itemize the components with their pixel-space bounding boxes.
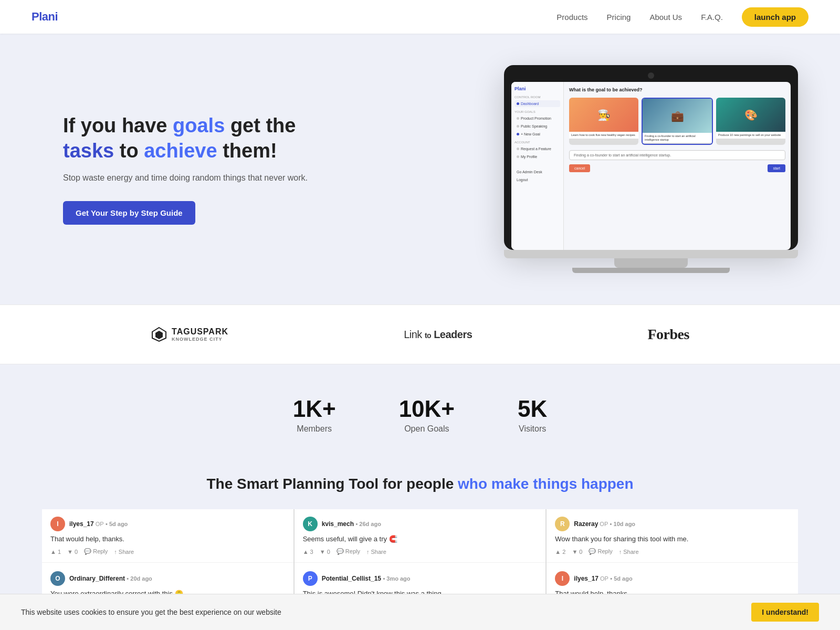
app-card-img-2: 💼 <box>643 99 712 133</box>
hero-heading-goals: goals <box>173 114 225 136</box>
cookie-banner: This website uses cookies to ensure you … <box>0 594 840 630</box>
nav-products[interactable]: Products <box>556 13 587 22</box>
app-card-1[interactable]: 👨‍🍳 Learn how to cook five new healthy v… <box>569 98 638 145</box>
stat-visitors-number: 5K <box>518 396 547 422</box>
laptop-base <box>504 250 798 258</box>
logo-link-to-leaders: Link to Leaders <box>404 329 472 341</box>
smart-title: The Smart Planning Tool for people who m… <box>42 476 798 492</box>
testimonial-body: That would help, thanks. <box>50 534 285 544</box>
testimonial-actions: ▲ 1 ▼ 0 💬 Reply ↑ Share <box>50 548 285 555</box>
testimonial-avatar: O <box>50 571 65 586</box>
hero-heading: If you have goals get the tasks to achie… <box>63 113 308 163</box>
testimonial-share[interactable]: ↑ Share <box>619 549 639 555</box>
sidebar-item-profile[interactable]: My Profile <box>514 153 560 160</box>
testimonial-card: R RazerayOP • 10d ago Wow thank you for … <box>547 509 798 563</box>
app-logo: Plani <box>514 86 560 91</box>
app-question-label: What is the goal to be achieved? <box>569 87 785 92</box>
testimonial-header: R RazerayOP • 10d ago <box>555 517 790 531</box>
app-card-img-3: 🎨 <box>716 98 785 132</box>
stat-members-label: Members <box>293 424 336 434</box>
cookie-accept-button[interactable]: I understand! <box>751 603 819 622</box>
testimonial-actions: ▲ 2 ▼ 0 💬 Reply ↑ Share <box>555 548 790 555</box>
testimonial-time: • 26d ago <box>355 521 381 527</box>
testimonial-actions: ▲ 3 ▼ 0 💬 Reply ↑ Share <box>303 548 538 555</box>
testimonial-header: I ilyes_17OP • 5d ago <box>50 517 285 531</box>
testimonial-time: • 10d ago <box>610 521 635 527</box>
testimonial-header: I ilyes_17OP • 5d ago <box>555 571 790 586</box>
testimonial-upvote[interactable]: ▲ 2 <box>555 549 565 555</box>
sidebar-item-speaking[interactable]: Public Speaking <box>514 123 560 130</box>
app-card-3[interactable]: 🎨 Produce 10 new paintings to sell on yo… <box>716 98 785 145</box>
app-sidebar: Plani CONTROL ROOM Dashboard YOUR GOALS … <box>511 82 564 250</box>
app-card-label-1: Learn how to cook five new healthy vegan… <box>569 132 638 139</box>
hero-cta-button[interactable]: Get Your Step by Step Guide <box>63 201 195 225</box>
testimonial-share[interactable]: ↑ Share <box>366 549 386 555</box>
logo-forbes: Forbes <box>647 326 689 343</box>
sidebar-dot-new <box>517 133 519 135</box>
sidebar-dot-profile <box>517 155 519 158</box>
stat-goals-number: 10K+ <box>399 396 455 422</box>
app-card-img-1: 👨‍🍳 <box>569 98 638 132</box>
app-main-content: What is the goal to be achieved? 👨‍🍳 Lea… <box>564 82 791 250</box>
nav-pricing[interactable]: Pricing <box>607 13 631 22</box>
testimonial-meta: Potential_Cellist_15 • 3mo ago <box>322 575 411 582</box>
svg-marker-1 <box>155 331 163 339</box>
nav-faq[interactable]: F.A.Q. <box>701 13 723 22</box>
nav-about[interactable]: About Us <box>649 13 682 22</box>
navbar: Plani Products Pricing About Us F.A.Q. l… <box>0 0 840 34</box>
testimonial-upvote[interactable]: ▲ 1 <box>50 549 61 555</box>
sidebar-item-feature[interactable]: Request a Feature <box>514 145 560 152</box>
testimonial-reply[interactable]: 💬 Reply <box>337 548 360 555</box>
sidebar-section-account: ACCOUNT <box>514 141 560 144</box>
testimonial-upvote[interactable]: ▲ 3 <box>303 549 313 555</box>
sidebar-dot-promotion <box>517 117 519 120</box>
testimonial-header: O Ordinary_Different • 20d ago <box>50 571 285 586</box>
stat-members: 1K+ Members <box>293 396 336 434</box>
laptop-foot <box>572 268 730 273</box>
laptop-body: Plani CONTROL ROOM Dashboard YOUR GOALS … <box>504 65 798 250</box>
testimonial-share[interactable]: ↑ Share <box>114 549 134 555</box>
sidebar-item-logout[interactable]: Logout <box>514 176 560 183</box>
sidebar-item-admin[interactable]: Go Admin Desk <box>514 169 560 175</box>
testimonial-avatar: P <box>303 571 318 586</box>
sidebar-dot-feature <box>517 148 519 150</box>
laptop-mockup: Plani CONTROL ROOM Dashboard YOUR GOALS … <box>504 65 798 273</box>
testimonial-downvote[interactable]: ▼ 0 <box>572 549 582 555</box>
hero-subtext: Stop waste energy and time doing random … <box>63 172 308 184</box>
app-cancel-button[interactable]: cancel <box>569 164 590 172</box>
testimonial-reply[interactable]: 💬 Reply <box>589 548 612 555</box>
logos-strip: TAGUSPARK KNOWLEDGE CITY Link to Leaders… <box>0 304 840 364</box>
taguspark-text: TAGUSPARK KNOWLEDGE CITY <box>172 327 228 342</box>
sidebar-item-new-goal[interactable]: + New Goal <box>514 131 560 138</box>
testimonial-downvote[interactable]: ▼ 0 <box>67 549 78 555</box>
hero-heading-achieve: achieve <box>144 140 217 162</box>
launch-app-button[interactable]: launch app <box>742 7 808 27</box>
smart-title-accent: who make things happen <box>458 476 633 492</box>
laptop-stand <box>614 258 688 268</box>
testimonial-downvote[interactable]: ▼ 0 <box>320 549 330 555</box>
testimonial-card: K kvis_mech • 26d ago Seems useful, will… <box>295 509 546 563</box>
stat-goals: 10K+ Open Goals <box>399 396 455 434</box>
app-start-button[interactable]: start <box>768 164 785 172</box>
hero-heading-mid2: to <box>120 140 144 162</box>
app-card-2[interactable]: 💼 Finding a co-founder to start an artif… <box>642 98 713 145</box>
sidebar-item-dashboard[interactable]: Dashboard <box>514 100 560 107</box>
logo-taguspark: TAGUSPARK KNOWLEDGE CITY <box>151 326 228 343</box>
testimonial-time: • 3mo ago <box>383 575 410 582</box>
app-goal-input[interactable]: Finding a co-founder to start an artific… <box>569 150 785 160</box>
sidebar-item-promotion[interactable]: Product Promotion <box>514 115 560 122</box>
testimonial-meta: kvis_mech • 26d ago <box>322 520 381 528</box>
sidebar-section-goals: YOUR GOALS <box>514 110 560 113</box>
stats-section: 1K+ Members 10K+ Open Goals 5K Visitors <box>0 364 840 465</box>
app-card-label-2: Finding a co-founder to start an artific… <box>643 133 712 143</box>
stat-members-number: 1K+ <box>293 396 336 422</box>
hero-heading-end: them! <box>223 140 277 162</box>
sidebar-section-control: CONTROL ROOM <box>514 96 560 99</box>
testimonial-avatar: K <box>303 517 318 531</box>
testimonial-time: • 20d ago <box>127 575 152 582</box>
nav-logo[interactable]: Plani <box>32 10 58 24</box>
app-action-buttons: cancel start <box>569 164 785 172</box>
stat-goals-label: Open Goals <box>399 424 455 434</box>
testimonial-reply[interactable]: 💬 Reply <box>84 548 108 555</box>
laptop-screen: Plani CONTROL ROOM Dashboard YOUR GOALS … <box>511 82 791 250</box>
